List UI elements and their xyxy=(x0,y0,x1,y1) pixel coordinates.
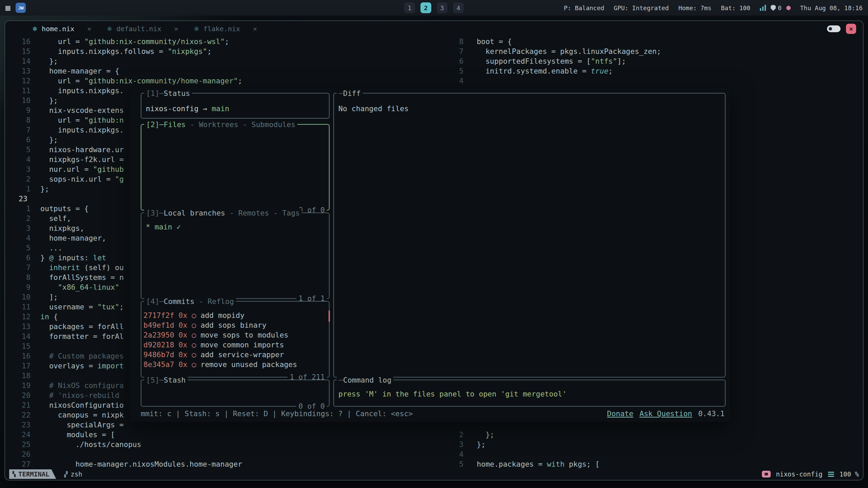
close-tab-icon[interactable]: × xyxy=(253,25,257,33)
code-line[interactable]: 12 url = "github:nix-community/home-mana… xyxy=(5,76,446,86)
usage-value: 100 % xyxy=(840,470,859,478)
panel-tab-Remotes[interactable]: Remotes xyxy=(238,208,269,218)
lazygit-files-panel[interactable]: [2]─Files - Worktrees - Submodules 0 of … xyxy=(141,124,330,210)
workspace-button-4[interactable]: 4 xyxy=(453,2,464,13)
line-number: 1 xyxy=(5,184,31,194)
lazygit-stash-panel[interactable]: [5]─Stash 0 of 0 xyxy=(141,380,330,407)
version-label: 0.43.1 xyxy=(698,409,725,419)
panel-tab-Tags[interactable]: Tags xyxy=(282,208,300,218)
nix-snowflake-icon: ❄ xyxy=(107,25,112,33)
line-number: 14 xyxy=(5,331,31,341)
panel-tab-Files[interactable]: Files xyxy=(164,120,186,129)
code-line[interactable]: 13 home-manager = { xyxy=(5,66,446,76)
code-line[interactable]: 2 }; xyxy=(446,430,863,440)
panel-tab-Submodules[interactable]: Submodules xyxy=(252,120,295,129)
code-line[interactable]: 24 modules = [ xyxy=(5,430,446,440)
tab-home.nix[interactable]: ❄home.nix× xyxy=(32,25,91,33)
branch-item[interactable]: * main ✓ xyxy=(146,223,181,231)
graph-node-icon: ○ xyxy=(192,310,196,320)
line-number: 1 xyxy=(5,204,31,214)
graph-node-icon: ○ xyxy=(192,350,196,360)
window-controls: × xyxy=(827,21,856,37)
commit-author: 0x xyxy=(179,310,188,320)
app-badge-icon[interactable]: JW xyxy=(16,3,26,13)
commit-hash: b49ef1d xyxy=(143,320,174,330)
workspace-button-3[interactable]: 3 xyxy=(437,2,448,13)
lazygit-diff-panel[interactable]: ─Diff No changed files xyxy=(333,93,726,378)
tab-label: default.nix xyxy=(116,25,161,33)
panel-tab-Local branches[interactable]: Local branches xyxy=(164,208,225,218)
tab-default.nix[interactable]: ❄default.nix× xyxy=(107,25,178,33)
mode-badge: ▚ TERMINAL xyxy=(9,469,56,479)
line-number: 8 xyxy=(5,115,31,125)
commit-hash: d920218 xyxy=(143,340,174,350)
close-button[interactable]: × xyxy=(846,24,856,34)
code-line[interactable]: 5 initrd.systemd.enable = true; xyxy=(446,66,863,76)
commit-row[interactable]: 9486b7d0x○add service-wrapper xyxy=(141,350,329,360)
commit-row[interactable]: b49ef1d0x○add sops binary xyxy=(141,320,329,330)
line-number: 6 xyxy=(5,253,31,263)
commit-row[interactable]: 8e345a70x○remove unused packages xyxy=(141,360,329,369)
line-number: 12 xyxy=(5,76,31,86)
tabbar: ❄home.nix×❄default.nix×❄flake.nix× × xyxy=(5,21,863,37)
shield-icon[interactable]: 0 xyxy=(771,4,782,12)
branches-panel-title: [3]─Local branches - Remotes - Tags xyxy=(144,208,302,218)
commit-row[interactable]: d9202180x○move common imports xyxy=(141,340,329,350)
commits-scrollbar-thumb[interactable] xyxy=(329,310,330,322)
workspace-button-2[interactable]: 2 xyxy=(420,2,431,13)
lazygit-command-log-panel[interactable]: ─Command log press 'M' in the files pane… xyxy=(333,380,726,407)
code-line[interactable]: 26 xyxy=(5,449,446,459)
line-number: 3 xyxy=(5,164,31,174)
lazygit-status-panel[interactable]: [1]─Status nixos-config→main xyxy=(141,93,330,119)
workspace-button-1[interactable]: 1 xyxy=(404,2,415,13)
code-line[interactable]: 5home.packages = with pkgs; [ xyxy=(446,459,863,468)
tray-icons: 0 xyxy=(760,4,791,12)
close-tab-icon[interactable]: × xyxy=(174,25,178,33)
wifi-icon[interactable] xyxy=(760,5,766,11)
panel-tab-Commits[interactable]: Commits xyxy=(164,297,195,306)
line-number: 14 xyxy=(5,56,31,66)
commit-author: 0x xyxy=(179,320,188,330)
status-item: Home: 7ms xyxy=(678,4,712,12)
panel-tab-Reflog[interactable]: Reflog xyxy=(208,297,234,306)
lazygit-commits-panel[interactable]: [4]─Commits - Reflog 2717f2f0x○add mopid… xyxy=(141,301,330,378)
commit-row[interactable]: 2a239500x○move sops to modules xyxy=(141,330,329,340)
code-line[interactable]: 7 kernelPackages = pkgs.linuxPackages_ze… xyxy=(446,46,863,56)
line-number: 5 xyxy=(446,66,463,76)
code-line[interactable]: 6 supportedFilesystems = ["ntfs"]; xyxy=(446,56,863,66)
line-number: 5 xyxy=(5,145,31,155)
donate-link[interactable]: Donate xyxy=(607,409,633,419)
commit-row[interactable]: 2717f2f0x○add mopidy xyxy=(141,310,329,320)
tab-flake.nix[interactable]: ❄flake.nix× xyxy=(194,25,257,33)
line-number: 7 xyxy=(5,125,31,135)
code-line[interactable]: 4 xyxy=(446,76,863,86)
lazygit-branches-panel[interactable]: [3]─Local branches - Remotes - Tags * ma… xyxy=(141,212,330,299)
close-tab-icon[interactable]: × xyxy=(87,25,91,33)
code-line[interactable]: 3}; xyxy=(446,440,863,449)
line-number: 13 xyxy=(5,322,31,331)
commit-author: 0x xyxy=(179,340,188,350)
code-line[interactable]: 4 xyxy=(446,449,863,459)
status-dot-icon[interactable] xyxy=(786,6,791,10)
code-line[interactable]: 25 ./hosts/canopus xyxy=(5,440,446,449)
nix-snowflake-icon: ❄ xyxy=(194,25,199,33)
code-line[interactable]: 8boot = { xyxy=(446,37,863,46)
status-item: GPU: Integrated xyxy=(614,4,669,12)
tab-zsh[interactable]: ▞ zsh xyxy=(64,470,82,478)
ask-question-link[interactable]: Ask Question xyxy=(639,409,692,419)
commit-hash: 2a23950 xyxy=(143,330,174,340)
commit-hash: 2717f2f xyxy=(143,310,174,320)
panel-title-label: Command log xyxy=(343,375,391,385)
code-line[interactable]: 14 }; xyxy=(5,56,446,66)
code-line[interactable]: 15 inputs.nixpkgs.follows = "nixpkgs"; xyxy=(5,46,446,56)
line-number: 4 xyxy=(5,233,31,243)
commit-message: remove unused packages xyxy=(200,360,297,369)
toggle-switch[interactable] xyxy=(827,25,841,32)
code-line[interactable]: 16 url = "github:nix-community/nixos-wsl… xyxy=(5,37,446,46)
apps-grid-icon[interactable]: ▦ xyxy=(5,3,10,13)
panel-tab-Worktrees[interactable]: Worktrees xyxy=(199,120,238,129)
panel-title-label: Status xyxy=(164,88,190,98)
shell-tab-icon: ▞ xyxy=(64,471,68,477)
line-number: 3 xyxy=(5,223,31,233)
code-line[interactable]: 27 home-manager.nixosModules.home-manage… xyxy=(5,459,446,468)
